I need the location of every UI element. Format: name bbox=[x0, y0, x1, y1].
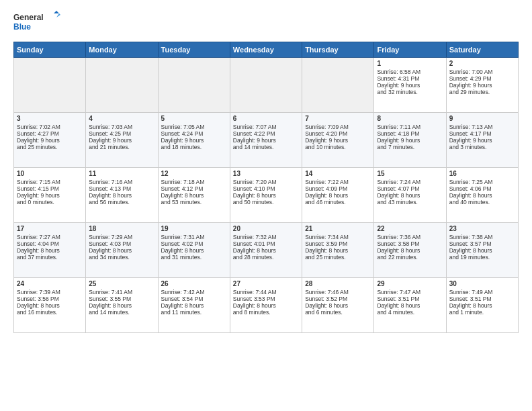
cell-text: Daylight: 8 hours bbox=[233, 247, 299, 254]
cell-text: and 34 minutes. bbox=[89, 254, 154, 261]
week-row-2: 3Sunrise: 7:02 AMSunset: 4:27 PMDaylight… bbox=[14, 113, 519, 168]
cell-text: Daylight: 8 hours bbox=[17, 247, 83, 254]
calendar-cell: 21Sunrise: 7:34 AMSunset: 3:59 PMDayligh… bbox=[302, 223, 374, 278]
cell-text: Daylight: 8 hours bbox=[161, 192, 227, 199]
day-number: 3 bbox=[17, 115, 83, 122]
calendar-cell: 25Sunrise: 7:41 AMSunset: 3:55 PMDayligh… bbox=[86, 278, 158, 333]
calendar-cell: 12Sunrise: 7:18 AMSunset: 4:12 PMDayligh… bbox=[158, 168, 230, 223]
cell-text: Sunset: 4:18 PM bbox=[377, 130, 443, 137]
cell-text: Sunrise: 7:02 AM bbox=[17, 124, 83, 130]
cell-text: Daylight: 8 hours bbox=[305, 192, 371, 199]
day-number: 15 bbox=[377, 170, 443, 177]
day-number: 25 bbox=[89, 280, 154, 287]
cell-text: Sunrise: 7:47 AM bbox=[377, 289, 443, 295]
day-number: 27 bbox=[233, 280, 299, 287]
cell-text: Daylight: 8 hours bbox=[305, 302, 371, 309]
cell-text: Daylight: 8 hours bbox=[89, 192, 154, 199]
day-number: 23 bbox=[449, 225, 515, 232]
cell-text: Sunrise: 7:38 AM bbox=[449, 234, 515, 240]
cell-text: Sunrise: 7:34 AM bbox=[305, 234, 371, 240]
cell-text: Daylight: 9 hours bbox=[377, 82, 443, 89]
cell-text: Daylight: 9 hours bbox=[377, 137, 443, 144]
day-number: 8 bbox=[377, 115, 443, 122]
week-row-5: 24Sunrise: 7:39 AMSunset: 3:56 PMDayligh… bbox=[14, 278, 519, 333]
page: General Blue SundayMondayTuesdayWednesda… bbox=[0, 0, 532, 411]
calendar-cell: 30Sunrise: 7:49 AMSunset: 3:51 PMDayligh… bbox=[446, 278, 518, 333]
cell-text: Sunset: 4:22 PM bbox=[233, 130, 299, 137]
cell-text: Daylight: 9 hours bbox=[89, 137, 154, 144]
cell-text: Sunset: 3:53 PM bbox=[233, 295, 299, 302]
cell-text: Daylight: 8 hours bbox=[233, 302, 299, 309]
cell-text: Daylight: 9 hours bbox=[449, 82, 515, 89]
header: General Blue bbox=[13, 11, 519, 35]
day-number: 17 bbox=[17, 225, 83, 232]
cell-text: Sunrise: 7:46 AM bbox=[305, 289, 371, 295]
dow-header-tuesday: Tuesday bbox=[158, 42, 230, 58]
dow-header-thursday: Thursday bbox=[302, 42, 374, 58]
cell-text: Sunset: 3:54 PM bbox=[161, 295, 227, 302]
cell-text: Sunrise: 7:49 AM bbox=[449, 289, 515, 295]
day-number: 9 bbox=[449, 115, 515, 122]
calendar-cell: 27Sunrise: 7:44 AMSunset: 3:53 PMDayligh… bbox=[230, 278, 302, 333]
logo: General Blue bbox=[13, 11, 60, 35]
cell-text: Sunset: 4:15 PM bbox=[17, 185, 83, 192]
cell-text: Sunset: 3:51 PM bbox=[377, 295, 443, 302]
cell-text: Sunset: 4:09 PM bbox=[305, 185, 371, 192]
cell-text: and 56 minutes. bbox=[89, 199, 154, 205]
dow-header-friday: Friday bbox=[374, 42, 446, 58]
calendar-cell: 19Sunrise: 7:31 AMSunset: 4:02 PMDayligh… bbox=[158, 223, 230, 278]
cell-text: and 14 minutes. bbox=[89, 309, 154, 316]
cell-text: Daylight: 9 hours bbox=[233, 137, 299, 144]
calendar-cell: 20Sunrise: 7:32 AMSunset: 4:01 PMDayligh… bbox=[230, 223, 302, 278]
cell-text: Sunrise: 7:41 AM bbox=[89, 289, 154, 295]
cell-text: Sunset: 4:29 PM bbox=[449, 75, 515, 82]
cell-text: and 21 minutes. bbox=[89, 144, 154, 150]
day-number: 22 bbox=[377, 225, 443, 232]
cell-text: Sunset: 4:31 PM bbox=[377, 75, 443, 82]
cell-text: and 25 minutes. bbox=[17, 144, 83, 150]
cell-text: Daylight: 8 hours bbox=[89, 302, 154, 309]
day-number: 14 bbox=[305, 170, 371, 177]
cell-text: Sunset: 4:20 PM bbox=[305, 130, 371, 137]
day-number: 7 bbox=[305, 115, 371, 122]
cell-text: and 8 minutes. bbox=[233, 309, 299, 316]
cell-text: Daylight: 8 hours bbox=[305, 247, 371, 254]
cell-text: Sunset: 4:01 PM bbox=[233, 240, 299, 247]
week-row-4: 17Sunrise: 7:27 AMSunset: 4:04 PMDayligh… bbox=[14, 223, 519, 278]
calendar-cell: 9Sunrise: 7:13 AMSunset: 4:17 PMDaylight… bbox=[446, 113, 518, 168]
cell-text: and 19 minutes. bbox=[449, 254, 515, 261]
cell-text: Sunrise: 7:07 AM bbox=[233, 124, 299, 130]
cell-text: Daylight: 8 hours bbox=[449, 247, 515, 254]
cell-text: Sunset: 3:59 PM bbox=[305, 240, 371, 247]
calendar-cell: 26Sunrise: 7:42 AMSunset: 3:54 PMDayligh… bbox=[158, 278, 230, 333]
calendar-cell: 11Sunrise: 7:16 AMSunset: 4:13 PMDayligh… bbox=[86, 168, 158, 223]
cell-text: Sunset: 4:25 PM bbox=[89, 130, 154, 137]
cell-text: Sunset: 4:12 PM bbox=[161, 185, 227, 192]
cell-text: and 3 minutes. bbox=[449, 144, 515, 150]
cell-text: and 1 minute. bbox=[449, 309, 515, 316]
calendar-cell: 10Sunrise: 7:15 AMSunset: 4:15 PMDayligh… bbox=[14, 168, 86, 223]
day-number: 1 bbox=[377, 60, 443, 67]
cell-text: and 43 minutes. bbox=[377, 199, 443, 205]
cell-text: Daylight: 9 hours bbox=[17, 192, 83, 199]
calendar-cell: 16Sunrise: 7:25 AMSunset: 4:06 PMDayligh… bbox=[446, 168, 518, 223]
calendar-cell: 13Sunrise: 7:20 AMSunset: 4:10 PMDayligh… bbox=[230, 168, 302, 223]
week-row-3: 10Sunrise: 7:15 AMSunset: 4:15 PMDayligh… bbox=[14, 168, 519, 223]
cell-text: Sunrise: 7:11 AM bbox=[377, 124, 443, 130]
cell-text: Sunrise: 7:16 AM bbox=[89, 179, 154, 185]
cell-text: Sunrise: 7:27 AM bbox=[17, 234, 83, 240]
day-number: 28 bbox=[305, 280, 371, 287]
cell-text: Sunrise: 6:58 AM bbox=[377, 68, 443, 75]
cell-text: Daylight: 9 hours bbox=[305, 137, 371, 144]
cell-text: Daylight: 8 hours bbox=[449, 192, 515, 199]
cell-text: and 11 minutes. bbox=[161, 309, 227, 316]
cell-text: and 46 minutes. bbox=[305, 199, 371, 205]
cell-text: Sunrise: 7:22 AM bbox=[305, 179, 371, 185]
cell-text: Daylight: 8 hours bbox=[161, 302, 227, 309]
cell-text: Sunrise: 7:36 AM bbox=[377, 234, 443, 240]
cell-text: Sunrise: 7:42 AM bbox=[161, 289, 227, 295]
calendar-cell: 15Sunrise: 7:24 AMSunset: 4:07 PMDayligh… bbox=[374, 168, 446, 223]
cell-text: Sunset: 3:51 PM bbox=[449, 295, 515, 302]
calendar-cell: 6Sunrise: 7:07 AMSunset: 4:22 PMDaylight… bbox=[230, 113, 302, 168]
cell-text: Sunrise: 7:24 AM bbox=[377, 179, 443, 185]
